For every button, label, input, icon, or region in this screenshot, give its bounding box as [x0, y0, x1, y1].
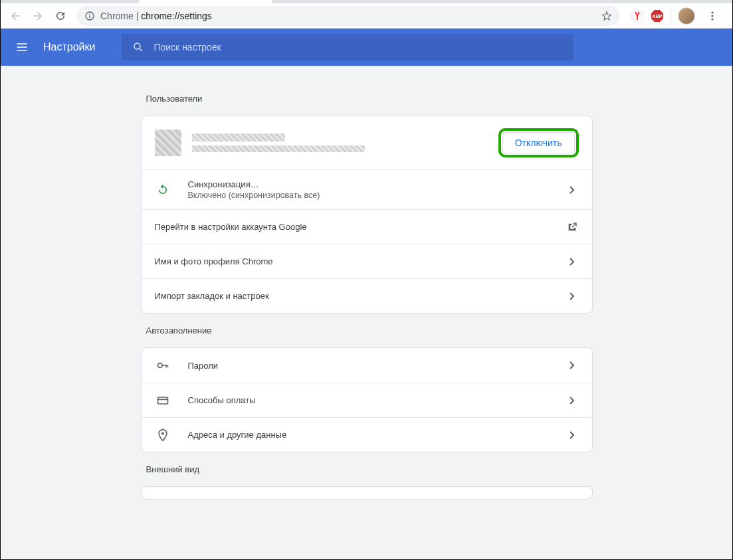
row-label: Перейти в настройки аккаунта Google [155, 222, 566, 232]
section-appearance-title: Внешний вид [146, 464, 590, 474]
section-autofill-title: Автозаполнение [146, 326, 590, 335]
addresses-row[interactable]: Адреса и другие данные [142, 417, 592, 452]
chevron-right-icon [566, 258, 579, 266]
row-label: Пароли [188, 361, 566, 371]
key-icon [155, 359, 171, 372]
sync-sub: Включено (синхронизировать все) [188, 191, 566, 200]
nav-back-button[interactable] [5, 5, 26, 27]
settings-header: Настройки [1, 29, 732, 66]
svg-rect-15 [157, 397, 167, 404]
google-account-settings-row[interactable]: Перейти в настройки аккаунта Google [142, 209, 592, 244]
new-tab-button[interactable] [274, 0, 293, 2]
svg-point-13 [134, 43, 140, 49]
chevron-right-icon [566, 397, 579, 405]
profile-avatar [155, 130, 181, 156]
svg-rect-6 [89, 15, 90, 18]
page-title: Настройки [43, 41, 95, 53]
svg-point-16 [161, 432, 163, 434]
svg-point-10 [711, 11, 713, 13]
chevron-right-icon [566, 186, 579, 194]
nav-forward-button[interactable] [27, 5, 49, 27]
svg-point-14 [157, 363, 162, 368]
credit-card-icon [155, 394, 171, 407]
highlight-annotation: Отключить [498, 128, 579, 157]
profile-info-row: Отключить [142, 116, 592, 169]
tab-google-chrome[interactable]: Google Chrome [6, 0, 139, 3]
site-info-icon[interactable] [84, 11, 95, 21]
svg-point-11 [711, 15, 713, 17]
row-label: Способы оплаты [188, 395, 566, 405]
sync-icon [155, 184, 171, 196]
location-pin-icon [155, 428, 171, 442]
chevron-right-icon [566, 292, 579, 300]
settings-search[interactable] [122, 34, 574, 60]
svg-text:ABP: ABP [653, 14, 663, 19]
chrome-menu-button[interactable] [702, 5, 723, 27]
profile-name-photo-row[interactable]: Имя и фото профиля Chrome [142, 244, 592, 278]
sync-row[interactable]: Синхронизация… Включено (синхронизироват… [142, 169, 592, 209]
settings-search-input[interactable] [154, 42, 563, 52]
search-icon [132, 41, 144, 53]
bookmark-star-icon[interactable] [601, 11, 612, 21]
address-bar[interactable]: Chrome | chrome://settings [76, 6, 620, 26]
import-bookmarks-row[interactable]: Импорт закладок и настроек [142, 278, 592, 313]
row-label: Импорт закладок и настроек [155, 291, 566, 301]
window-maximize[interactable] [671, 0, 702, 3]
external-link-icon [566, 222, 579, 233]
disconnect-button[interactable]: Отключить [502, 132, 575, 153]
hamburger-menu-icon[interactable] [14, 41, 30, 54]
payments-row[interactable]: Способы оплаты [142, 383, 592, 417]
divider [671, 9, 671, 23]
url-text: Chrome | chrome://settings [100, 11, 596, 21]
svg-point-12 [711, 18, 713, 20]
browser-tabstrip: Google Chrome Настройки [1, 0, 732, 3]
row-label: Адреса и другие данные [188, 430, 566, 440]
adblock-extension-icon[interactable]: ABP [651, 9, 664, 23]
browser-toolbar: Chrome | chrome://settings ABP [1, 3, 732, 29]
passwords-row[interactable]: Пароли [142, 348, 592, 383]
window-minimize[interactable] [641, 0, 671, 3]
section-users-title: Пользователи [146, 94, 590, 104]
tab-settings[interactable]: Настройки [139, 0, 272, 3]
settings-scroll[interactable]: Пользователи Отключить [1, 66, 732, 559]
nav-reload-button[interactable] [50, 5, 71, 27]
chevron-right-icon [566, 361, 579, 369]
appearance-card-partial [141, 486, 593, 500]
sync-label: Синхронизация… [188, 179, 566, 189]
autofill-card: Пароли Способы оплаты [141, 347, 593, 452]
chevron-right-icon [566, 431, 579, 439]
svg-point-5 [89, 13, 90, 15]
window-close[interactable] [702, 0, 732, 3]
row-label: Имя и фото профиля Chrome [155, 256, 566, 266]
profile-text-blurred [192, 134, 488, 152]
yandex-extension-icon[interactable] [631, 9, 644, 23]
users-card: Отключить Синхронизация… Включено (синхр… [141, 116, 593, 314]
profile-avatar-button[interactable] [678, 7, 695, 25]
